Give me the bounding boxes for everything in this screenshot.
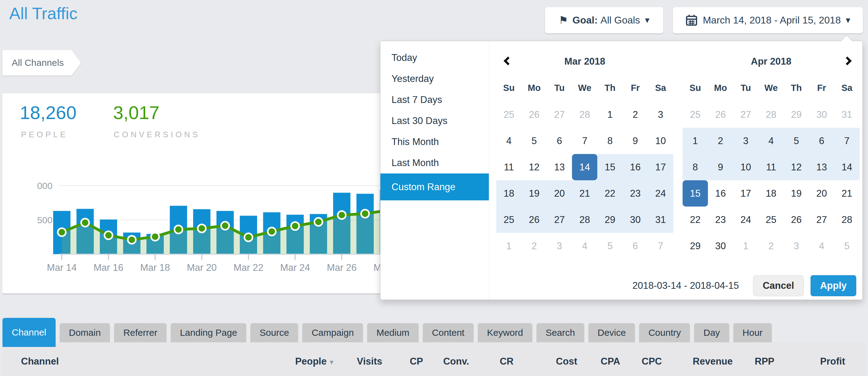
day-cell[interactable]: 18 <box>758 180 784 207</box>
day-cell[interactable]: 28 <box>572 207 597 233</box>
tab-domain[interactable]: Domain <box>60 323 110 342</box>
column-header-profit[interactable]: Profit <box>774 356 845 367</box>
tab-device[interactable]: Device <box>588 323 635 342</box>
day-cell[interactable]: 4 <box>809 233 834 259</box>
day-cell[interactable]: 27 <box>809 207 834 233</box>
day-cell[interactable]: 5 <box>834 233 860 259</box>
date-range-button[interactable]: March 14, 2018 - April 15, 2018 ▼ <box>673 7 863 33</box>
day-cell[interactable]: 28 <box>758 102 784 128</box>
day-cell[interactable]: 22 <box>683 207 708 233</box>
day-cell[interactable]: 16 <box>623 154 648 180</box>
column-header-cp[interactable]: CP <box>382 356 423 367</box>
day-cell[interactable]: 14 <box>834 154 860 180</box>
tab-keyword[interactable]: Keyword <box>478 323 532 342</box>
day-cell[interactable]: 23 <box>708 207 733 233</box>
day-cell[interactable]: 19 <box>784 180 809 207</box>
preset-last-month[interactable]: Last Month <box>380 152 489 173</box>
preset-last-30-days[interactable]: Last 30 Days <box>380 110 489 132</box>
day-cell[interactable]: 18 <box>496 180 522 207</box>
tab-search[interactable]: Search <box>536 323 584 342</box>
day-cell[interactable]: 28 <box>834 207 860 233</box>
day-cell[interactable]: 26 <box>708 102 733 128</box>
day-cell[interactable]: 7 <box>834 128 860 154</box>
preset-custom-range[interactable]: Custom Range <box>380 173 489 200</box>
day-cell[interactable]: 13 <box>809 154 834 180</box>
preset-this-month[interactable]: This Month <box>380 132 489 152</box>
apply-button[interactable]: Apply <box>810 275 856 296</box>
day-cell[interactable]: 3 <box>648 102 673 128</box>
day-cell[interactable]: 9 <box>623 128 648 154</box>
day-cell[interactable]: 26 <box>522 102 547 128</box>
tab-channel[interactable]: Channel <box>2 318 56 347</box>
day-cell[interactable]: 2 <box>522 233 547 259</box>
day-cell[interactable]: 27 <box>547 207 572 233</box>
day-cell[interactable]: 5 <box>597 233 623 259</box>
day-cell[interactable]: 16 <box>708 180 733 207</box>
day-cell[interactable]: 25 <box>758 207 784 233</box>
column-header-cpc[interactable]: CPC <box>620 356 662 367</box>
day-cell[interactable]: 7 <box>648 233 673 259</box>
day-cell[interactable]: 9 <box>708 154 733 180</box>
day-cell[interactable]: 6 <box>547 128 572 154</box>
day-cell[interactable]: 17 <box>648 154 673 180</box>
day-cell[interactable]: 6 <box>623 233 648 259</box>
day-cell[interactable]: 11 <box>758 154 784 180</box>
tab-medium[interactable]: Medium <box>367 323 419 342</box>
day-cell[interactable]: 17 <box>733 180 758 207</box>
day-cell[interactable]: 5 <box>522 128 547 154</box>
column-header-cost[interactable]: Cost <box>514 356 577 367</box>
day-cell[interactable]: 6 <box>809 128 834 154</box>
column-header-people[interactable]: People▾ <box>266 356 333 367</box>
day-cell[interactable]: 20 <box>809 180 834 207</box>
day-cell[interactable]: 1 <box>683 128 708 154</box>
day-cell[interactable]: 15 <box>597 154 623 180</box>
column-header-revenue[interactable]: Revenue <box>662 356 733 367</box>
day-cell[interactable]: 8 <box>597 128 623 154</box>
column-header-channel[interactable]: Channel <box>21 356 266 367</box>
day-cell[interactable]: 2 <box>708 128 733 154</box>
day-cell[interactable]: 26 <box>522 207 547 233</box>
day-cell[interactable]: 1 <box>496 233 522 259</box>
day-cell[interactable]: 29 <box>784 102 809 128</box>
tab-campaign[interactable]: Campaign <box>302 323 363 342</box>
column-header-cr[interactable]: CR <box>469 356 514 367</box>
day-cell[interactable]: 3 <box>733 128 758 154</box>
day-cell[interactable]: 12 <box>784 154 809 180</box>
day-cell[interactable]: 19 <box>522 180 547 207</box>
day-cell[interactable]: 5 <box>784 128 809 154</box>
day-cell[interactable]: 27 <box>547 102 572 128</box>
tab-day[interactable]: Day <box>694 323 729 342</box>
column-header-cpa[interactable]: CPA <box>577 356 620 367</box>
day-cell[interactable]: 30 <box>708 233 733 259</box>
day-cell[interactable]: 14 <box>572 154 597 180</box>
day-cell[interactable]: 25 <box>496 102 522 128</box>
tab-country[interactable]: Country <box>639 323 690 342</box>
day-cell[interactable]: 24 <box>648 180 673 207</box>
tab-content[interactable]: Content <box>423 323 474 342</box>
day-cell[interactable]: 10 <box>648 128 673 154</box>
day-cell[interactable]: 11 <box>496 154 522 180</box>
traffic-chart-svg[interactable]: 5001000Mar 14Mar 16Mar 18Mar 20Mar 22Mar… <box>37 167 408 281</box>
day-cell[interactable]: 21 <box>834 180 860 207</box>
day-cell[interactable]: 15 <box>683 180 708 207</box>
day-cell[interactable]: 22 <box>597 180 623 207</box>
day-cell[interactable]: 25 <box>496 207 522 233</box>
day-cell[interactable]: 3 <box>784 233 809 259</box>
day-cell[interactable]: 24 <box>733 207 758 233</box>
day-cell[interactable]: 2 <box>758 233 784 259</box>
breadcrumb-all-channels[interactable]: All Channels <box>2 50 72 76</box>
column-header-rpp[interactable]: RPP <box>733 356 774 367</box>
day-cell[interactable]: 29 <box>683 233 708 259</box>
preset-last-7-days[interactable]: Last 7 Days <box>380 89 489 110</box>
day-cell[interactable]: 31 <box>648 207 673 233</box>
day-cell[interactable]: 8 <box>683 154 708 180</box>
preset-yesterday[interactable]: Yesterday <box>380 68 489 89</box>
goal-dropdown-button[interactable]: ⚑ Goal: All Goals ▼ <box>545 7 663 33</box>
day-cell[interactable]: 21 <box>572 180 597 207</box>
day-cell[interactable]: 30 <box>623 207 648 233</box>
day-cell[interactable]: 4 <box>758 128 784 154</box>
day-cell[interactable]: 27 <box>733 102 758 128</box>
day-cell[interactable]: 7 <box>572 128 597 154</box>
column-header-visits[interactable]: Visits <box>333 356 382 367</box>
day-cell[interactable]: 1 <box>733 233 758 259</box>
